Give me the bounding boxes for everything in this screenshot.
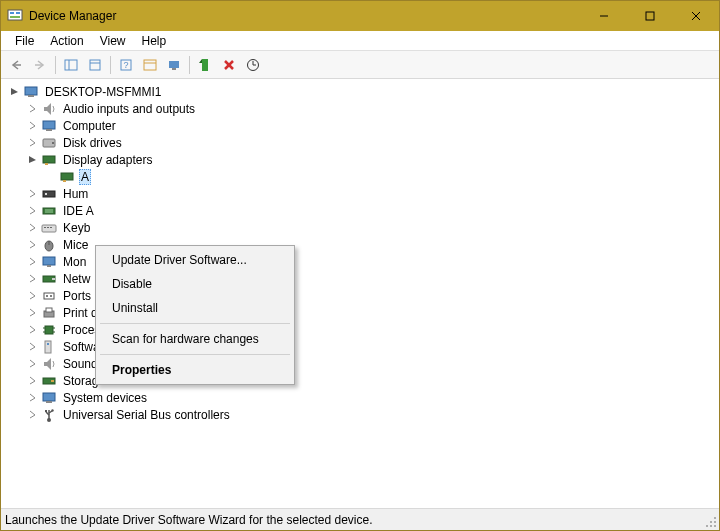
maximize-button[interactable] <box>627 1 673 31</box>
tree-item-disk[interactable]: Disk drives <box>3 134 717 151</box>
tree-item-keyboard[interactable]: Keyb <box>3 219 717 236</box>
expand-icon[interactable] <box>25 391 39 405</box>
svg-point-50 <box>46 295 48 297</box>
toolbar-separator <box>110 56 111 74</box>
tree-item-ide[interactable]: IDE A <box>3 202 717 219</box>
svg-rect-2 <box>16 12 20 14</box>
svg-rect-39 <box>42 225 56 232</box>
tree-item-label: Display adapters <box>61 153 154 167</box>
ports-icon <box>41 288 57 304</box>
tree-item-label: Computer <box>61 119 118 133</box>
menu-view[interactable]: View <box>92 32 134 50</box>
printer-icon <box>41 305 57 321</box>
ctx-uninstall[interactable]: Uninstall <box>98 296 292 320</box>
expand-icon[interactable] <box>25 272 39 286</box>
svg-point-70 <box>710 521 712 523</box>
disk-icon <box>41 135 57 151</box>
expand-icon[interactable] <box>25 374 39 388</box>
expand-icon[interactable] <box>25 357 39 371</box>
tree-item-display[interactable]: Display adapters <box>3 151 717 168</box>
tree-item-system[interactable]: System devices <box>3 389 717 406</box>
storage-icon <box>41 373 57 389</box>
svg-point-68 <box>51 409 53 411</box>
show-hide-tree-button[interactable] <box>60 54 82 76</box>
display-adapter-icon <box>59 169 75 185</box>
tree-item-usb[interactable]: Universal Serial Bus controllers <box>3 406 717 423</box>
menu-file[interactable]: File <box>7 32 42 50</box>
svg-rect-26 <box>43 121 55 129</box>
svg-rect-42 <box>50 227 52 228</box>
expand-icon[interactable] <box>25 340 39 354</box>
properties-button[interactable] <box>84 54 106 76</box>
close-button[interactable] <box>673 1 719 31</box>
tree-item-hid[interactable]: Hum <box>3 185 717 202</box>
expand-icon[interactable] <box>25 102 39 116</box>
action-toolbar-button[interactable] <box>139 54 161 76</box>
svg-rect-59 <box>45 341 51 353</box>
display-adapter-icon <box>41 152 57 168</box>
svg-rect-30 <box>43 156 55 163</box>
update-driver-button[interactable] <box>242 54 264 76</box>
keyboard-icon <box>41 220 57 236</box>
expand-icon[interactable] <box>25 408 39 422</box>
ctx-disable[interactable]: Disable <box>98 272 292 296</box>
expand-icon[interactable] <box>25 323 39 337</box>
svg-rect-63 <box>43 393 55 401</box>
expand-icon[interactable] <box>25 289 39 303</box>
resize-grip-icon[interactable] <box>705 516 717 528</box>
svg-point-73 <box>710 525 712 527</box>
ctx-properties[interactable]: Properties <box>98 358 292 382</box>
svg-rect-5 <box>646 12 654 20</box>
sound-icon <box>41 356 57 372</box>
expand-icon[interactable] <box>25 221 39 235</box>
help-button[interactable]: ? <box>115 54 137 76</box>
expand-icon[interactable] <box>25 255 39 269</box>
expand-icon[interactable] <box>25 238 39 252</box>
device-tree[interactable]: DESKTOP-MSFMMI1 Audio inputs and outputs… <box>1 79 719 508</box>
ide-icon <box>41 203 57 219</box>
svg-rect-24 <box>25 87 37 95</box>
expand-icon[interactable] <box>25 306 39 320</box>
menu-action[interactable]: Action <box>42 32 91 50</box>
hid-icon <box>41 186 57 202</box>
back-button[interactable] <box>5 54 27 76</box>
tree-item-label: Mice <box>61 238 90 252</box>
svg-rect-36 <box>43 208 55 214</box>
tree-item-display-child[interactable]: A <box>3 168 717 185</box>
network-icon <box>41 271 57 287</box>
tree-item-label: Keyb <box>61 221 92 235</box>
tree-item-audio[interactable]: Audio inputs and outputs <box>3 100 717 117</box>
svg-rect-62 <box>51 380 54 382</box>
forward-button[interactable] <box>29 54 51 76</box>
expand-icon[interactable] <box>25 187 39 201</box>
ctx-scan[interactable]: Scan for hardware changes <box>98 327 292 351</box>
svg-rect-19 <box>172 68 176 70</box>
enable-button[interactable] <box>194 54 216 76</box>
expand-icon[interactable] <box>25 204 39 218</box>
tree-root-row[interactable]: DESKTOP-MSFMMI1 <box>3 83 717 100</box>
expand-icon[interactable] <box>25 136 39 150</box>
svg-point-69 <box>714 517 716 519</box>
status-text: Launches the Update Driver Software Wiza… <box>5 513 373 527</box>
minimize-button[interactable] <box>581 1 627 31</box>
tree-item-label: Netw <box>61 272 92 286</box>
monitor-icon <box>41 254 57 270</box>
tree-item-label: Disk drives <box>61 136 124 150</box>
titlebar[interactable]: Device Manager <box>1 1 719 31</box>
ctx-update-driver[interactable]: Update Driver Software... <box>98 248 292 272</box>
collapse-icon[interactable] <box>25 153 39 167</box>
svg-rect-10 <box>65 60 77 70</box>
svg-rect-35 <box>45 193 47 195</box>
scan-hardware-button[interactable] <box>163 54 185 76</box>
svg-rect-20 <box>202 59 208 71</box>
processor-icon <box>41 322 57 338</box>
collapse-icon[interactable] <box>7 85 21 99</box>
uninstall-button[interactable] <box>218 54 240 76</box>
tree-item-label: System devices <box>61 391 149 405</box>
toolbar: ? <box>1 51 719 79</box>
expand-icon[interactable] <box>25 119 39 133</box>
menu-help[interactable]: Help <box>134 32 175 50</box>
toolbar-separator <box>55 56 56 74</box>
tree-item-computer[interactable]: Computer <box>3 117 717 134</box>
window-title: Device Manager <box>29 9 581 23</box>
